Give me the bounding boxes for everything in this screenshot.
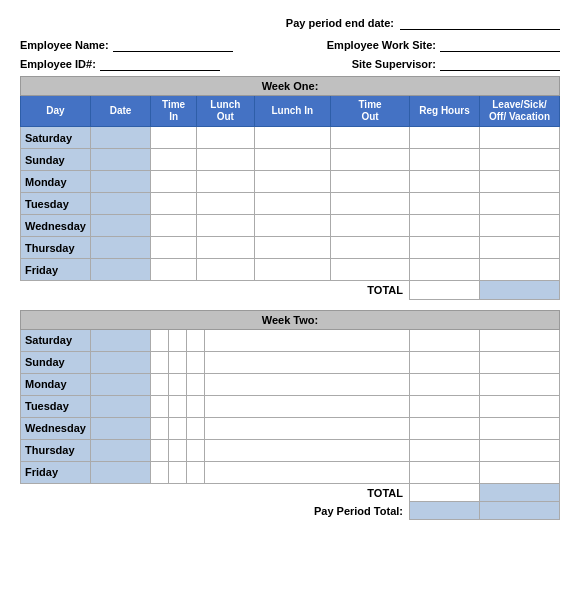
time-out-sunday-w2[interactable] <box>205 351 410 373</box>
lunch-out-wednesday-w2[interactable] <box>169 417 187 439</box>
lunch-in-thursday-w2[interactable] <box>187 439 205 461</box>
employee-work-site-input[interactable] <box>440 38 560 52</box>
lunch-out-friday-w2[interactable] <box>169 461 187 483</box>
lunch-in-friday-w2[interactable] <box>187 461 205 483</box>
employee-id-input[interactable] <box>100 57 220 71</box>
time-in-tuesday-w2[interactable] <box>151 395 169 417</box>
leave-thursday-w2[interactable] <box>480 439 560 461</box>
reg-hours-friday-w2[interactable] <box>410 461 480 483</box>
leave-tuesday-w1[interactable] <box>480 193 560 215</box>
leave-sunday-w1[interactable] <box>480 149 560 171</box>
time-out-friday-w1[interactable] <box>331 259 410 281</box>
date-monday-w2[interactable] <box>91 373 151 395</box>
leave-tuesday-w2[interactable] <box>480 395 560 417</box>
lunch-out-thursday-w1[interactable] <box>197 237 254 259</box>
pay-period-total-leave[interactable] <box>480 502 560 520</box>
lunch-in-sunday-w1[interactable] <box>254 149 331 171</box>
date-monday-w1[interactable] <box>91 171 151 193</box>
site-supervisor-input[interactable] <box>440 57 560 71</box>
lunch-in-saturday-w2[interactable] <box>187 329 205 351</box>
date-sunday-w2[interactable] <box>91 351 151 373</box>
date-tuesday-w2[interactable] <box>91 395 151 417</box>
time-in-monday-w2[interactable] <box>151 373 169 395</box>
total-reg-hours-w2[interactable] <box>410 483 480 502</box>
reg-hours-tuesday-w1[interactable] <box>410 193 480 215</box>
reg-hours-thursday-w2[interactable] <box>410 439 480 461</box>
time-in-friday-w2[interactable] <box>151 461 169 483</box>
time-out-saturday-w1[interactable] <box>331 127 410 149</box>
lunch-in-wednesday-w1[interactable] <box>254 215 331 237</box>
employee-name-input[interactable] <box>113 38 233 52</box>
time-in-friday-w1[interactable] <box>151 259 197 281</box>
date-friday-w1[interactable] <box>91 259 151 281</box>
time-in-wednesday-w1[interactable] <box>151 215 197 237</box>
leave-friday-w1[interactable] <box>480 259 560 281</box>
date-tuesday-w1[interactable] <box>91 193 151 215</box>
leave-monday-w1[interactable] <box>480 171 560 193</box>
reg-hours-monday-w2[interactable] <box>410 373 480 395</box>
date-sunday-w1[interactable] <box>91 149 151 171</box>
lunch-out-friday-w1[interactable] <box>197 259 254 281</box>
lunch-out-saturday-w2[interactable] <box>169 329 187 351</box>
lunch-out-monday-w2[interactable] <box>169 373 187 395</box>
time-in-monday-w1[interactable] <box>151 171 197 193</box>
time-out-tuesday-w2[interactable] <box>205 395 410 417</box>
leave-monday-w2[interactable] <box>480 373 560 395</box>
leave-thursday-w1[interactable] <box>480 237 560 259</box>
leave-saturday-w1[interactable] <box>480 127 560 149</box>
time-in-sunday-w1[interactable] <box>151 149 197 171</box>
date-friday-w2[interactable] <box>91 461 151 483</box>
total-reg-hours-w1[interactable] <box>410 281 480 300</box>
leave-friday-w2[interactable] <box>480 461 560 483</box>
date-thursday-w2[interactable] <box>91 439 151 461</box>
date-saturday-w2[interactable] <box>91 329 151 351</box>
reg-hours-wednesday-w1[interactable] <box>410 215 480 237</box>
date-wednesday-w2[interactable] <box>91 417 151 439</box>
time-in-tuesday-w1[interactable] <box>151 193 197 215</box>
lunch-in-tuesday-w1[interactable] <box>254 193 331 215</box>
time-out-saturday-w2[interactable] <box>205 329 410 351</box>
time-out-tuesday-w1[interactable] <box>331 193 410 215</box>
reg-hours-thursday-w1[interactable] <box>410 237 480 259</box>
time-in-thursday-w1[interactable] <box>151 237 197 259</box>
leave-saturday-w2[interactable] <box>480 329 560 351</box>
date-saturday-w1[interactable] <box>91 127 151 149</box>
pay-period-field[interactable] <box>400 16 560 30</box>
time-out-monday-w1[interactable] <box>331 171 410 193</box>
lunch-out-tuesday-w1[interactable] <box>197 193 254 215</box>
time-out-wednesday-w2[interactable] <box>205 417 410 439</box>
leave-sunday-w2[interactable] <box>480 351 560 373</box>
time-out-monday-w2[interactable] <box>205 373 410 395</box>
leave-wednesday-w2[interactable] <box>480 417 560 439</box>
date-thursday-w1[interactable] <box>91 237 151 259</box>
reg-hours-tuesday-w2[interactable] <box>410 395 480 417</box>
lunch-in-saturday-w1[interactable] <box>254 127 331 149</box>
time-in-wednesday-w2[interactable] <box>151 417 169 439</box>
lunch-out-monday-w1[interactable] <box>197 171 254 193</box>
reg-hours-wednesday-w2[interactable] <box>410 417 480 439</box>
time-out-thursday-w1[interactable] <box>331 237 410 259</box>
lunch-out-thursday-w2[interactable] <box>169 439 187 461</box>
time-out-friday-w2[interactable] <box>205 461 410 483</box>
time-in-sunday-w2[interactable] <box>151 351 169 373</box>
date-wednesday-w1[interactable] <box>91 215 151 237</box>
lunch-in-thursday-w1[interactable] <box>254 237 331 259</box>
lunch-in-wednesday-w2[interactable] <box>187 417 205 439</box>
lunch-in-monday-w2[interactable] <box>187 373 205 395</box>
lunch-out-sunday-w2[interactable] <box>169 351 187 373</box>
reg-hours-saturday-w2[interactable] <box>410 329 480 351</box>
total-leave-w1[interactable] <box>480 281 560 300</box>
lunch-in-friday-w1[interactable] <box>254 259 331 281</box>
reg-hours-monday-w1[interactable] <box>410 171 480 193</box>
reg-hours-saturday-w1[interactable] <box>410 127 480 149</box>
lunch-out-saturday-w1[interactable] <box>197 127 254 149</box>
time-out-thursday-w2[interactable] <box>205 439 410 461</box>
lunch-out-wednesday-w1[interactable] <box>197 215 254 237</box>
time-out-sunday-w1[interactable] <box>331 149 410 171</box>
leave-wednesday-w1[interactable] <box>480 215 560 237</box>
time-in-thursday-w2[interactable] <box>151 439 169 461</box>
time-in-saturday-w1[interactable] <box>151 127 197 149</box>
lunch-in-sunday-w2[interactable] <box>187 351 205 373</box>
reg-hours-sunday-w2[interactable] <box>410 351 480 373</box>
pay-period-total-reg[interactable] <box>410 502 480 520</box>
